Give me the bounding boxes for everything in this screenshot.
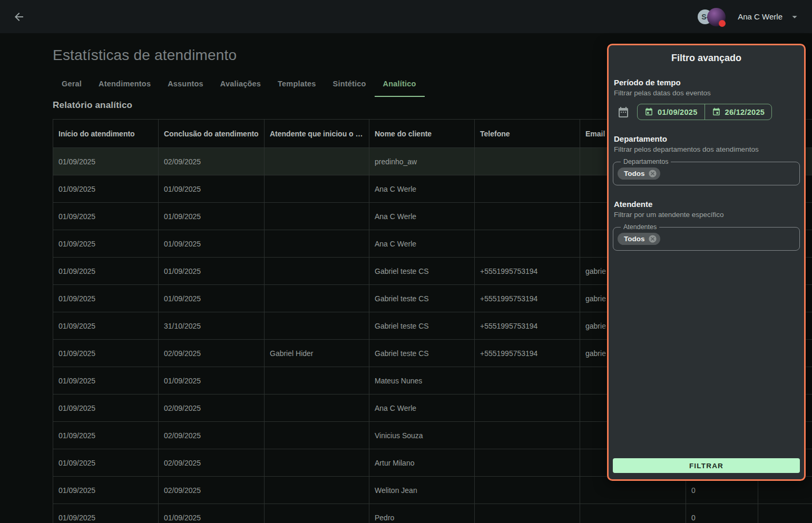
attendant-chip[interactable]: Todos <box>618 233 660 245</box>
table-cell: Pedro <box>369 504 475 523</box>
column-header: Telefone <box>475 120 580 148</box>
table-cell: 01/09/2025 <box>159 367 265 394</box>
table-cell <box>265 394 369 422</box>
back-button[interactable] <box>12 9 26 24</box>
end-date-calendar-icon <box>712 107 721 116</box>
table-cell <box>475 449 580 477</box>
table-cell: +5551995753194 <box>475 285 580 312</box>
table-cell: 01/09/2025 <box>159 285 265 312</box>
date-range-control: 01/09/2025 26/12/2025 <box>637 104 772 120</box>
start-date-field[interactable]: 01/09/2025 <box>638 104 705 120</box>
table-cell <box>265 230 369 258</box>
table-cell: 01/09/2025 <box>159 230 265 258</box>
date-range-icon[interactable] <box>617 106 630 119</box>
arrow-back-icon <box>13 11 25 23</box>
table-cell: 02/09/2025 <box>159 394 265 422</box>
department-section-description: Filtrar pelos departamentos dos atendime… <box>614 145 799 153</box>
table-cell: +5551995753194 <box>475 340 580 367</box>
table-cell: 01/09/2025 <box>53 175 159 203</box>
table-cell: 01/09/2025 <box>53 422 159 449</box>
start-date-calendar-icon <box>644 107 653 116</box>
table-cell <box>265 477 369 504</box>
table-cell: Artur Milano <box>369 449 475 477</box>
user-name: Ana C Werle <box>738 12 782 21</box>
table-cell: 01/09/2025 <box>53 394 159 422</box>
column-header: Nome do cliente <box>369 120 475 148</box>
table-cell <box>475 504 580 523</box>
avatar-stack: S- <box>698 6 730 27</box>
tab-atendimentos[interactable]: Atendimentos <box>90 74 159 98</box>
table-cell: +5551995753194 <box>475 258 580 285</box>
tab-geral[interactable]: Geral <box>53 74 90 98</box>
table-cell <box>265 449 369 477</box>
departments-select[interactable]: Departamentos Todos <box>613 158 800 185</box>
table-cell: 01/09/2025 <box>159 258 265 285</box>
table-cell: Mateus Nunes <box>369 367 475 394</box>
table-cell <box>475 422 580 449</box>
table-cell: 01/09/2025 <box>53 477 159 504</box>
departments-field-label: Departamentos <box>621 158 671 165</box>
department-chip[interactable]: Todos <box>618 167 660 180</box>
column-header: Atendente que iniciou o ate… <box>265 120 369 148</box>
table-cell: +5551995753194 <box>475 312 580 340</box>
table-cell: 01/09/2025 <box>53 285 159 312</box>
table-cell: Gabriel teste CS <box>369 312 475 340</box>
tab-assuntos[interactable]: Assuntos <box>159 74 212 98</box>
table-cell <box>265 258 369 285</box>
table-cell: predinho_aw <box>369 148 475 175</box>
presence-dot <box>719 20 726 27</box>
table-cell: 02/09/2025 <box>159 449 265 477</box>
attendants-field-label: Atendentes <box>621 223 659 231</box>
attendants-select[interactable]: Atendentes Todos <box>613 223 800 251</box>
table-cell <box>265 367 369 394</box>
tab-templates[interactable]: Templates <box>269 74 324 98</box>
period-section-label: Período de tempo <box>614 78 799 87</box>
user-menu[interactable]: S- Ana C Werle <box>698 6 800 27</box>
table-cell <box>265 422 369 449</box>
tab-analitico[interactable]: Analítico <box>375 74 425 98</box>
table-cell: 02/09/2025 <box>159 422 265 449</box>
end-date-value: 26/12/2025 <box>725 108 765 116</box>
period-section-description: Filtrar pelas datas dos eventos <box>614 89 799 97</box>
table-cell <box>758 504 812 523</box>
chevron-down-icon[interactable] <box>789 11 800 23</box>
tab-sintetico[interactable]: Sintético <box>325 74 375 98</box>
department-section-label: Departamento <box>614 134 799 143</box>
table-cell: Gabriel teste CS <box>369 258 475 285</box>
table-cell: Ana C Werle <box>369 230 475 258</box>
table-cell <box>475 394 580 422</box>
start-date-value: 01/09/2025 <box>658 108 698 116</box>
chip-cancel-icon[interactable] <box>648 234 657 243</box>
filter-panel-title: Filtro avançado <box>613 53 800 64</box>
table-cell: Ana C Werle <box>369 394 475 422</box>
table-cell: 01/09/2025 <box>53 258 159 285</box>
table-row[interactable]: 01/09/202501/09/2025Pedro0 <box>53 504 812 523</box>
attendant-section-description: Filtrar por um atendente específico <box>614 211 799 219</box>
filter-submit-button[interactable]: FILTRAR <box>613 458 800 473</box>
date-range-row: 01/09/2025 26/12/2025 <box>617 104 800 120</box>
table-cell <box>580 504 686 523</box>
table-cell <box>475 175 580 203</box>
end-date-field[interactable]: 26/12/2025 <box>705 104 772 120</box>
topbar: S- Ana C Werle <box>0 0 812 33</box>
table-cell: 01/09/2025 <box>159 203 265 230</box>
column-header: Conclusão do atendimento <box>159 120 265 148</box>
table-cell <box>265 504 369 523</box>
table-cell <box>265 285 369 312</box>
table-cell <box>475 367 580 394</box>
table-cell: 02/09/2025 <box>159 148 265 175</box>
table-cell: Ana C Werle <box>369 203 475 230</box>
table-cell: Ana C Werle <box>369 175 475 203</box>
table-cell: 01/09/2025 <box>53 449 159 477</box>
table-cell: 01/09/2025 <box>53 312 159 340</box>
table-cell: 01/09/2025 <box>159 504 265 523</box>
table-cell <box>475 477 580 504</box>
chip-cancel-icon[interactable] <box>648 169 657 178</box>
table-cell <box>475 203 580 230</box>
table-cell: 01/09/2025 <box>53 367 159 394</box>
table-cell: 0 <box>686 504 758 523</box>
table-cell <box>265 312 369 340</box>
table-cell: Gabriel Hider <box>265 340 369 367</box>
tab-avaliacoes[interactable]: Avaliações <box>212 74 269 98</box>
table-cell: 02/09/2025 <box>159 477 265 504</box>
